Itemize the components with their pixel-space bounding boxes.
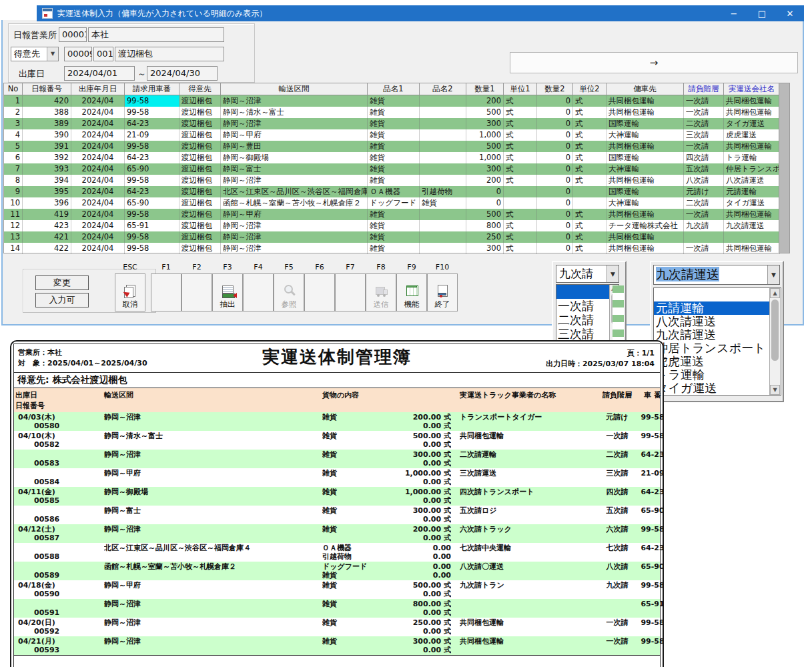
grid-cell[interactable]: 200 <box>466 175 504 186</box>
grid-cell[interactable]: 250 <box>466 231 504 243</box>
grid-cell[interactable]: 65-90 <box>125 163 179 175</box>
grid-cell[interactable]: 渡辺梱包 <box>179 231 221 243</box>
grid-cell[interactable]: 8 <box>4 175 23 186</box>
carrier-list-item[interactable] <box>654 288 781 301</box>
chevron-down-icon[interactable]: ▼ <box>767 265 779 284</box>
grid-cell[interactable]: 419 <box>23 209 71 220</box>
grid-cell[interactable]: 元請け <box>684 186 724 197</box>
grid-cell[interactable]: 式 <box>504 152 537 163</box>
grid-cell[interactable]: 虎虎運送 <box>724 129 780 141</box>
date-from-field[interactable]: 2024/04/01 <box>64 66 135 81</box>
grid-cell[interactable]: 423 <box>23 220 71 231</box>
grid-cell[interactable]: 大神運輸 <box>606 129 684 141</box>
grid-cell[interactable]: 一次請 <box>684 243 724 254</box>
grid-cell[interactable] <box>420 231 466 243</box>
grid-cell[interactable]: 静岡～御殿場 <box>221 152 368 163</box>
grid-cell[interactable]: 式 <box>504 129 537 141</box>
grid-cell[interactable] <box>724 231 780 243</box>
grid-cell[interactable]: 式 <box>573 163 606 175</box>
grid-cell[interactable]: 渡辺梱包 <box>179 163 221 175</box>
grid-cell[interactable]: 21-09 <box>125 129 179 141</box>
grid-cell[interactable]: タイガ運送 <box>724 118 780 129</box>
grid-cell[interactable]: 雑貨 <box>368 243 420 254</box>
grid-cell[interactable]: 200 <box>466 95 504 107</box>
grid-cell[interactable]: 396 <box>23 197 71 209</box>
grid-cell[interactable]: 式 <box>504 175 537 186</box>
chevron-down-icon[interactable]: ▼ <box>606 265 619 282</box>
grid-cell[interactable]: 共同梱包運輸 <box>606 243 684 254</box>
grid-cell[interactable]: 一次請 <box>684 107 724 118</box>
grid-cell[interactable] <box>684 231 724 243</box>
grid-cell[interactable] <box>420 243 466 254</box>
grid-cell[interactable]: 10 <box>4 197 23 209</box>
carrier-list-item[interactable]: 八次請運送 <box>654 315 781 328</box>
grid-cell[interactable]: 静岡～沼津 <box>221 231 368 243</box>
grid-cell[interactable]: 99-58 <box>125 175 179 186</box>
carrier-list-item[interactable]: 仲居トランスポート <box>654 342 781 355</box>
grid-cell[interactable]: 2024/04 <box>71 129 125 141</box>
grid-cell[interactable]: トラ運輸 <box>724 152 780 163</box>
grid-cell[interactable] <box>504 186 537 197</box>
grid-cell[interactable]: 2024/04 <box>71 220 125 231</box>
carrier-list-item[interactable]: 九次請運送 <box>654 328 781 342</box>
grid-cell[interactable] <box>504 197 537 209</box>
grid-cell[interactable]: 式 <box>504 163 537 175</box>
grid-cell[interactable]: 13 <box>4 231 23 243</box>
grid-cell[interactable]: 500 <box>466 107 504 118</box>
scroll-up-icon[interactable]: ▲ <box>770 288 780 298</box>
grid-cell[interactable]: 式 <box>504 209 537 220</box>
grid-cell[interactable]: 国際運輸 <box>606 186 684 197</box>
grid-cell[interactable]: 元請運輸 <box>724 186 780 197</box>
fkey-button-esc[interactable]: 取消 <box>115 273 145 311</box>
grid-cell[interactable]: 64-23 <box>125 152 179 163</box>
grid-cell[interactable]: 共同梱包運輸 <box>724 209 780 220</box>
grid-cell[interactable]: 渡辺梱包 <box>179 107 221 118</box>
grid-cell[interactable]: 北区～江東区～品川区～渋谷区～福岡倉庫４ <box>221 186 368 197</box>
grid-cell[interactable]: 渡辺梱包 <box>179 129 221 141</box>
grid-cell[interactable]: 2024/04 <box>71 163 125 175</box>
grid-cell[interactable]: 共同梱包運輸 <box>606 141 684 152</box>
carrier-list-item[interactable]: トラ運輸 <box>654 368 781 382</box>
grid-cell[interactable]: 1 <box>4 95 23 107</box>
grid-cell[interactable]: タイガ運送 <box>724 197 780 209</box>
grid-cell[interactable]: 雑貨 <box>368 129 420 141</box>
grid-cell[interactable]: 0 <box>537 118 573 129</box>
grid-cell[interactable]: 393 <box>23 163 71 175</box>
grid-cell[interactable]: 渡辺梱包 <box>179 141 221 152</box>
grid-cell[interactable]: 0 <box>537 197 573 209</box>
grid-cell[interactable]: 雑貨 <box>368 107 420 118</box>
grid-cell[interactable]: 2024/04 <box>71 152 125 163</box>
grid-cell[interactable]: 引越荷物 <box>420 186 466 197</box>
grid-cell[interactable]: 0 <box>537 152 573 163</box>
grid-cell[interactable]: 式 <box>573 141 606 152</box>
grid-cell[interactable]: 雑貨 <box>368 118 420 129</box>
grid-cell[interactable]: 2024/04 <box>71 175 125 186</box>
grid-cell[interactable]: 421 <box>23 231 71 243</box>
grid-cell[interactable]: 394 <box>23 175 71 186</box>
carrier-list-scrollbar[interactable]: ▲ ▼ <box>769 288 781 395</box>
grid-cell[interactable]: 式 <box>504 107 537 118</box>
grid-cell[interactable]: 九次請運送 <box>724 220 780 231</box>
grid-cell[interactable]: 64-23 <box>125 186 179 197</box>
grid-cell[interactable] <box>573 197 606 209</box>
grid-cell[interactable]: 静岡～沼津 <box>221 175 368 186</box>
grid-cell[interactable]: ドッグフード <box>368 197 420 209</box>
grid-cell[interactable]: 389 <box>23 118 71 129</box>
customer-name-field[interactable]: 渡辺梱包 <box>115 47 224 61</box>
grid-cell[interactable]: 静岡～清水～富士 <box>221 107 368 118</box>
grid-cell[interactable]: 99-58 <box>125 141 179 152</box>
grid-cell[interactable]: 雑貨 <box>368 152 420 163</box>
grid-cell[interactable]: 0 <box>537 141 573 152</box>
grid-cell[interactable]: 式 <box>573 118 606 129</box>
grid-cell[interactable]: 65-91 <box>125 220 179 231</box>
grid-cell[interactable]: 2024/04 <box>71 209 125 220</box>
grid-cell[interactable]: 共同梱包運輸 <box>724 107 780 118</box>
grid-cell[interactable]: 静岡～甲府 <box>221 129 368 141</box>
grid-cell[interactable]: 渡辺梱包 <box>179 152 221 163</box>
grid-cell[interactable]: 11 <box>4 209 23 220</box>
branch-code-field[interactable]: 00001 <box>59 27 87 42</box>
grid-cell[interactable]: 0 <box>537 243 573 254</box>
grid-cell[interactable]: 一次請 <box>684 95 724 107</box>
grid-cell[interactable]: 2024/04 <box>71 95 125 107</box>
grid-cell[interactable]: 雑貨 <box>368 163 420 175</box>
